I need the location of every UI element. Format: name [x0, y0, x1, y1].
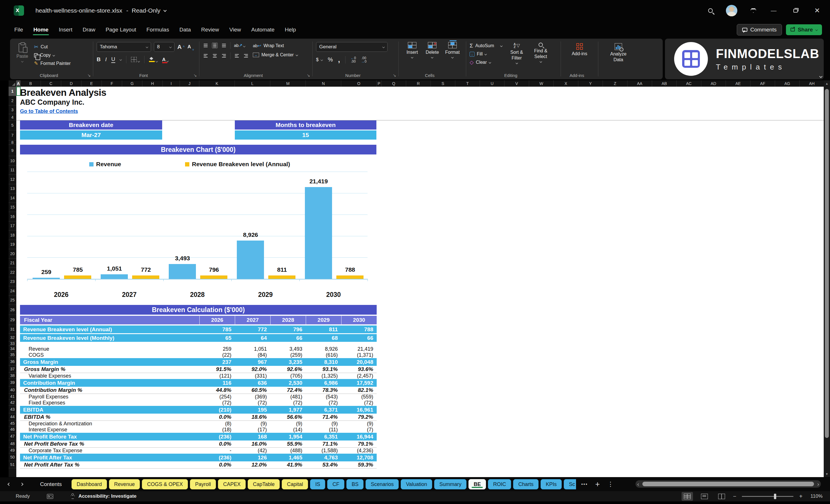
- addins-button[interactable]: Add-ins: [572, 43, 587, 57]
- font-color-button[interactable]: A: [162, 58, 168, 62]
- column-header-W[interactable]: W: [529, 81, 554, 87]
- table-row-contribution-margin[interactable]: Contribution Margin1166362,5306,98617,59…: [20, 379, 377, 387]
- normal-view-button[interactable]: [681, 492, 693, 501]
- sort-filter-button[interactable]: AZ▽ Sort & Filter: [507, 42, 527, 64]
- menu-tab-page-layout[interactable]: Page Layout: [101, 24, 140, 36]
- row-header-25[interactable]: 25: [8, 296, 16, 305]
- table-row-depreciation-amortization[interactable]: Depreciation & Amortization(8)(9)(9)(9)(…: [20, 421, 377, 427]
- column-header-E[interactable]: E: [82, 81, 102, 87]
- row-header-47[interactable]: 47: [8, 433, 16, 440]
- cut-button[interactable]: ✂Cut: [34, 44, 71, 50]
- column-header-V[interactable]: V: [505, 81, 529, 87]
- row-header-37[interactable]: 37: [8, 366, 16, 373]
- collapse-ribbon-button[interactable]: [820, 73, 822, 78]
- table-row-gross-margin[interactable]: Gross Margin %91.5%92.0%92.6%93.1%93.6%: [20, 366, 377, 373]
- tab-overflow-button[interactable]: •••: [581, 482, 588, 487]
- zoom-out-button[interactable]: −: [733, 493, 736, 500]
- column-header-AH[interactable]: AH: [800, 81, 824, 87]
- column-header-X[interactable]: X: [554, 81, 578, 87]
- increase-font-button[interactable]: A˄: [177, 43, 185, 50]
- row-header-12[interactable]: 12: [8, 175, 16, 184]
- merge-center-button[interactable]: ↔Merge & Center: [253, 52, 298, 58]
- page-layout-view-button[interactable]: [699, 492, 710, 501]
- table-row-revenue-breakeven-level-monthly[interactable]: Revenue Breakeven level (Monthly)6564666…: [20, 334, 377, 342]
- row-header-1[interactable]: 1: [8, 87, 16, 96]
- column-header-B[interactable]: B: [21, 81, 41, 87]
- row-header-51[interactable]: 51: [8, 461, 16, 468]
- column-header-S[interactable]: S: [431, 81, 455, 87]
- column-header-D[interactable]: D: [61, 81, 82, 87]
- row-header-9[interactable]: 9: [8, 145, 16, 156]
- row-header-40[interactable]: 40: [8, 386, 16, 393]
- row-header-14[interactable]: 14: [8, 193, 16, 203]
- scroll-right-icon[interactable]: [815, 482, 821, 486]
- row-header-48[interactable]: 48: [8, 440, 16, 447]
- decrease-decimal-button[interactable]: .00→0: [361, 56, 367, 63]
- column-header-AC[interactable]: AC: [677, 81, 701, 87]
- wrap-text-button[interactable]: ab↩Wrap Text: [253, 43, 298, 48]
- column-header-K[interactable]: K: [199, 81, 235, 87]
- decrease-indent-button[interactable]: [234, 53, 240, 58]
- column-header-AG[interactable]: AG: [775, 81, 800, 87]
- column-header-C[interactable]: C: [41, 81, 61, 87]
- row-headers[interactable]: 1234578910111213141516171819202122232425…: [8, 87, 16, 477]
- table-row-interest-expense[interactable]: Interest Expense(18)(17)(14)(11)(7): [20, 427, 377, 433]
- table-row-net-profit-after-tax[interactable]: Net Profit After Tax %0.0%12.0%41.9%53.4…: [20, 461, 377, 469]
- column-header-AD[interactable]: AD: [701, 81, 726, 87]
- sheet-tab-cf[interactable]: CF: [327, 479, 344, 490]
- sheet-tab-valuation[interactable]: Valuation: [401, 479, 432, 490]
- sheet-tab-summary[interactable]: Summary: [434, 479, 467, 490]
- sheet-tab-charts[interactable]: Charts: [513, 479, 539, 490]
- clear-button[interactable]: ◇Clear: [470, 59, 502, 65]
- column-header-O[interactable]: O: [341, 81, 377, 87]
- vertical-scrollbar[interactable]: ▲ ▼: [824, 81, 830, 477]
- restore-button[interactable]: [791, 9, 800, 12]
- row-header-38[interactable]: 38: [8, 373, 16, 379]
- row-header-44[interactable]: 44: [8, 413, 16, 420]
- font-size-select[interactable]: 8: [154, 42, 174, 52]
- align-bottom-button[interactable]: [221, 43, 227, 48]
- chevron-down-icon[interactable]: [120, 58, 122, 61]
- table-row-cogs[interactable]: COGS(22)(84)(259)(616)(1,371): [20, 352, 377, 358]
- avatar[interactable]: [726, 5, 737, 16]
- search-icon[interactable]: [708, 8, 713, 13]
- bold-button[interactable]: B: [97, 56, 101, 63]
- row-header-15[interactable]: 15: [8, 203, 16, 212]
- row-header-2[interactable]: 2: [8, 96, 16, 105]
- number-dialog-launcher[interactable]: ↘: [393, 73, 396, 77]
- row-header-42[interactable]: 42: [8, 400, 16, 406]
- table-row-spacer[interactable]: [20, 342, 377, 346]
- sheet-tab-scenarios[interactable]: Scenarios: [365, 479, 399, 490]
- horizontal-scroll-thumb[interactable]: [642, 482, 814, 486]
- comments-button[interactable]: Comments: [737, 24, 782, 35]
- zoom-in-button[interactable]: +: [799, 493, 802, 500]
- row-header-4[interactable]: 4: [8, 114, 16, 120]
- chart-plot[interactable]: 25978520261,05177220273,49379620288,9268…: [20, 154, 376, 305]
- table-row-revenue[interactable]: Revenue2591,0513,4938,92621,419: [20, 346, 377, 352]
- sheet-tab-revenue[interactable]: Revenue: [109, 479, 140, 490]
- read-only-menu[interactable]: - Read-Only: [126, 7, 166, 14]
- prev-sheet-button[interactable]: [7, 482, 10, 486]
- format-painter-button[interactable]: ✎Format Painter: [34, 60, 71, 66]
- row-header-7[interactable]: 7: [8, 130, 16, 140]
- comma-button[interactable]: ,: [338, 55, 340, 64]
- alignment-dialog-launcher[interactable]: ↘: [307, 73, 310, 77]
- align-right-button[interactable]: [221, 53, 227, 58]
- row-header-39[interactable]: 39: [8, 379, 16, 386]
- font-dialog-launcher[interactable]: ↘: [193, 73, 197, 77]
- table-row-net-profit-after-tax[interactable]: Net Profit After Tax(236)1261,4654,76312…: [20, 454, 377, 461]
- row-header-23[interactable]: 23: [8, 277, 16, 287]
- column-header-J[interactable]: J: [180, 81, 199, 87]
- row-header-49[interactable]: 49: [8, 447, 16, 453]
- row-header-35[interactable]: 35: [8, 352, 16, 358]
- column-header-Q[interactable]: Q: [382, 81, 406, 87]
- column-header-A[interactable]: A: [16, 81, 21, 87]
- menu-tab-formulas[interactable]: Formulas: [142, 24, 173, 36]
- row-header-29[interactable]: 29: [8, 315, 16, 325]
- zoom-slider-thumb[interactable]: [774, 494, 776, 499]
- sheet-tab-captable[interactable]: CapTable: [248, 479, 280, 490]
- column-header-Y[interactable]: Y: [578, 81, 603, 87]
- row-header-3[interactable]: 3: [8, 105, 16, 114]
- row-header-32[interactable]: 32: [8, 334, 16, 342]
- underline-button[interactable]: U: [111, 56, 115, 63]
